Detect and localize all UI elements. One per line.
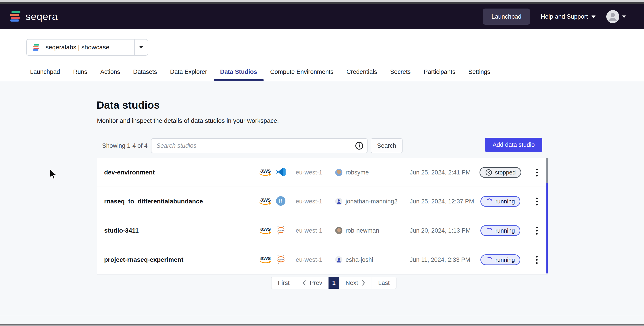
svg-text:R: R bbox=[279, 198, 283, 204]
tab-datasets[interactable]: Datasets bbox=[126, 69, 164, 81]
status-cell: running bbox=[481, 254, 520, 265]
status-badge: running bbox=[480, 225, 520, 236]
search-field bbox=[151, 138, 368, 153]
svg-text:jupyter: jupyter bbox=[278, 258, 284, 261]
status-cell: stopped bbox=[481, 167, 520, 178]
tab-runs[interactable]: Runs bbox=[67, 69, 94, 81]
username: robsyme bbox=[346, 169, 369, 176]
studio-name[interactable]: project-rnaseq-experiment bbox=[104, 256, 183, 263]
spinner-icon bbox=[486, 198, 493, 205]
info-icon[interactable] bbox=[355, 141, 364, 150]
username: rob-newman bbox=[346, 227, 379, 234]
region: eu-west-1 bbox=[296, 256, 322, 263]
window-top-edge bbox=[0, 0, 644, 2]
workspace-name: seqeralabs | showcase bbox=[46, 44, 109, 51]
vscode-icon bbox=[276, 167, 286, 178]
user-avatar bbox=[335, 227, 342, 234]
workspace-dropdown-toggle[interactable] bbox=[135, 46, 148, 49]
tab-data-explorer[interactable]: Data Explorer bbox=[164, 69, 214, 81]
environment-icons: aws bbox=[259, 167, 286, 178]
user-cell: jonathan-manning2 bbox=[335, 198, 398, 205]
page-title: Data studios bbox=[96, 99, 160, 111]
region: eu-west-1 bbox=[296, 198, 322, 205]
pagination-first[interactable]: First bbox=[272, 277, 296, 289]
page-subtitle: Monitor and inspect the details of data … bbox=[97, 117, 279, 124]
workspace-header: seqeralabs | showcase Launchpad Runs Act… bbox=[0, 29, 644, 81]
pagination-prev[interactable]: Prev bbox=[296, 277, 328, 289]
username: esha-joshi bbox=[346, 256, 373, 263]
workspace-selector[interactable]: seqeralabs | showcase bbox=[26, 39, 148, 56]
launchpad-button[interactable]: Launchpad bbox=[483, 9, 530, 25]
brand-name: seqera bbox=[26, 11, 58, 23]
status-cell: running bbox=[481, 196, 520, 207]
window-top-edge-dark bbox=[0, 2, 644, 4]
help-and-support-menu[interactable]: Help and Support bbox=[541, 13, 596, 20]
pagination-current-page[interactable]: 1 bbox=[328, 277, 339, 289]
search-button[interactable]: Search bbox=[371, 138, 402, 153]
add-data-studio-button[interactable]: Add data studio bbox=[485, 138, 542, 152]
kebab-menu-icon[interactable] bbox=[532, 194, 542, 209]
studio-name[interactable]: studio-3411 bbox=[104, 227, 139, 234]
user-cell: robsyme bbox=[335, 169, 369, 176]
jupyter-icon: jupyter bbox=[276, 254, 286, 266]
table-toolbar: Showing 1-4 of 4 Search Add data studio bbox=[97, 134, 548, 158]
kebab-menu-icon[interactable] bbox=[532, 223, 542, 238]
user-cell: rob-newman bbox=[335, 227, 379, 234]
aws-icon: aws bbox=[259, 255, 272, 264]
user-menu[interactable] bbox=[606, 10, 626, 23]
pagination: First Prev 1 Next Last bbox=[271, 277, 396, 289]
spinner-icon bbox=[486, 227, 493, 234]
table-scrollbar bbox=[546, 158, 548, 273]
brand[interactable]: seqera bbox=[10, 10, 58, 23]
stopped-icon bbox=[485, 169, 492, 176]
user-cell: esha-joshi bbox=[335, 256, 373, 263]
aws-icon: aws bbox=[259, 168, 272, 177]
scrollbar-thumb[interactable] bbox=[546, 158, 548, 183]
studio-name[interactable]: dev-environment bbox=[104, 169, 155, 176]
aws-icon: aws bbox=[259, 197, 272, 206]
environment-icons: aws jupyter bbox=[259, 254, 286, 266]
scrollbar-track-accent bbox=[546, 183, 548, 273]
user-avatar bbox=[335, 198, 342, 205]
created-date: Jun 11, 2024, 2:33 PM bbox=[410, 256, 470, 263]
rstudio-icon: R bbox=[276, 196, 286, 207]
pagination-next[interactable]: Next bbox=[339, 277, 372, 289]
tab-launchpad[interactable]: Launchpad bbox=[24, 69, 67, 81]
tab-settings[interactable]: Settings bbox=[462, 69, 497, 81]
chevron-left-icon bbox=[302, 280, 306, 286]
table-row[interactable]: rnaseq_to_differentialabundance aws R e bbox=[97, 187, 548, 216]
avatar bbox=[606, 10, 619, 23]
table-row[interactable]: studio-3411 aws jupyter bbox=[97, 216, 548, 245]
tab-participants[interactable]: Participants bbox=[417, 69, 462, 81]
studios-table: Showing 1-4 of 4 Search Add data studio … bbox=[97, 134, 548, 274]
workspace-tabs: Launchpad Runs Actions Datasets Data Exp… bbox=[24, 69, 497, 81]
tab-secrets[interactable]: Secrets bbox=[384, 69, 417, 81]
mouse-cursor bbox=[49, 169, 59, 180]
page-footer bbox=[0, 316, 644, 324]
chevron-down-icon bbox=[139, 46, 143, 49]
search-input[interactable] bbox=[152, 139, 355, 153]
kebab-menu-icon[interactable] bbox=[532, 165, 542, 180]
username: jonathan-manning2 bbox=[346, 198, 398, 205]
created-date: Jun 25, 2024, 2:41 PM bbox=[410, 169, 471, 176]
tab-data-studios[interactable]: Data Studios bbox=[214, 69, 264, 81]
chevron-down-icon bbox=[592, 16, 596, 18]
chevron-right-icon bbox=[362, 280, 365, 286]
region: eu-west-1 bbox=[296, 169, 322, 176]
studio-name[interactable]: rnaseq_to_differentialabundance bbox=[104, 198, 203, 205]
environment-icons: aws jupyter bbox=[259, 225, 286, 236]
tab-actions[interactable]: Actions bbox=[94, 69, 127, 81]
kebab-menu-icon[interactable] bbox=[532, 253, 542, 267]
window-bottom-edge bbox=[0, 324, 644, 326]
tab-credentials[interactable]: Credentials bbox=[340, 69, 384, 81]
user-avatar bbox=[335, 256, 342, 263]
svg-text:jupyter: jupyter bbox=[278, 229, 284, 231]
table-row[interactable]: project-rnaseq-experiment aws jupyter bbox=[97, 245, 548, 274]
status-badge: running bbox=[480, 254, 520, 265]
tab-compute-environments[interactable]: Compute Environments bbox=[264, 69, 340, 81]
pagination-last[interactable]: Last bbox=[372, 277, 396, 289]
table-row[interactable]: dev-environment aws eu-west-1 bbox=[97, 158, 548, 187]
help-label: Help and Support bbox=[541, 13, 588, 20]
status-badge: stopped bbox=[480, 167, 522, 178]
seqera-logo-icon bbox=[32, 44, 40, 51]
